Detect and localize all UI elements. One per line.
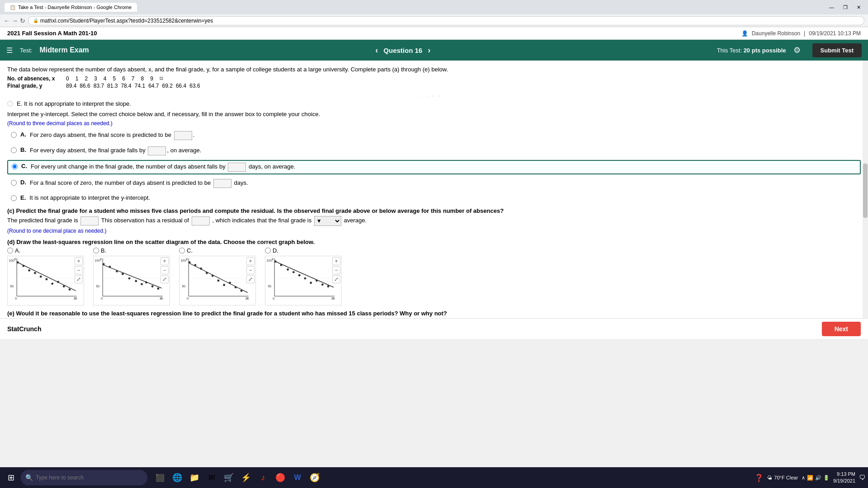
option-e-radio-prev[interactable] [7, 101, 13, 107]
graph-d-zoom-in[interactable]: + [332, 257, 340, 265]
graphs-grid: A. 100 50 0 10 y [7, 247, 861, 305]
copy-icon[interactable]: ⧉ [160, 75, 163, 82]
graph-a-radio[interactable] [7, 248, 13, 253]
datetime: 09/19/2021 10:13 PM [809, 30, 861, 37]
graph-d-zoom-out[interactable]: − [332, 266, 340, 274]
svg-text:x: x [160, 296, 162, 300]
graph-c-radio[interactable] [179, 248, 185, 253]
graph-b-container: 100 50 0 10 y x [93, 256, 170, 305]
graph-d-svg: 100 50 0 10 y x [265, 256, 341, 305]
svg-text:y: y [272, 257, 274, 261]
settings-icon[interactable]: ⚙ [793, 45, 801, 55]
next-button[interactable]: Next [822, 322, 861, 336]
svg-text:y: y [186, 257, 188, 261]
data-section: The data below represent the number of d… [7, 66, 861, 89]
graph-b-text: B. [101, 247, 106, 254]
user-icon: 👤 [741, 30, 748, 37]
part-b-radio-a[interactable] [11, 132, 17, 138]
svg-line-29 [104, 265, 162, 288]
graph-a-label: A. [7, 247, 20, 254]
svg-point-14 [40, 276, 42, 278]
part-b-input-c[interactable] [228, 163, 246, 172]
part-b-input-d[interactable] [213, 179, 231, 188]
graph-a-expand[interactable]: ⤢ [75, 275, 83, 283]
svg-point-16 [51, 282, 53, 285]
svg-point-70 [274, 260, 277, 263]
part-c-residual-label: This observation has a residual of [101, 217, 189, 224]
graph-c-container: 100 50 0 10 y x [179, 256, 256, 305]
part-c-header: (c) Predict the final grade for a studen… [7, 207, 861, 214]
graph-b-expand[interactable]: ⤢ [160, 275, 169, 283]
submit-test-button[interactable]: Submit Test [812, 43, 862, 57]
option-e-text: E. It is not appropriate to interpret th… [17, 100, 131, 107]
hamburger-icon[interactable]: ☰ [6, 46, 13, 55]
graph-item-c: C. 100 50 0 10 y x [179, 247, 256, 305]
part-b-option-b: B. For every day absent, the final grade… [7, 145, 861, 157]
svg-point-35 [135, 280, 137, 282]
forward-icon[interactable]: → [12, 17, 18, 24]
svg-point-38 [151, 285, 154, 287]
part-b-radio-b[interactable] [11, 147, 17, 153]
graph-a-zoom-out[interactable]: − [75, 266, 83, 274]
svg-point-51 [194, 264, 196, 266]
svg-text:y: y [100, 257, 102, 261]
part-b-radio-c[interactable] [12, 164, 18, 169]
part-b-input-b[interactable] [148, 146, 166, 155]
graph-d-controls: + − ⤢ [332, 257, 340, 283]
svg-point-10 [17, 261, 19, 263]
next-question-btn[interactable]: › [428, 46, 430, 55]
close-btn[interactable]: ✕ [854, 4, 863, 11]
graph-d-expand[interactable]: ⤢ [332, 275, 340, 283]
part-b-radio-e[interactable] [11, 195, 17, 201]
graph-b-label: B. [93, 247, 106, 254]
svg-text:50: 50 [96, 285, 99, 288]
username: Daunyelle Robinson [752, 30, 800, 37]
graph-b-controls: + − ⤢ [160, 257, 169, 283]
svg-point-36 [141, 283, 143, 285]
svg-text:100: 100 [95, 259, 100, 262]
graph-b-radio[interactable] [93, 248, 99, 253]
graph-c-zoom-out[interactable]: − [246, 266, 255, 274]
graph-b-zoom-out[interactable]: − [160, 266, 169, 274]
part-e-section: (e) Would it be reasonable to use the le… [7, 310, 861, 318]
prev-answer: E. It is not appropriate to interpret th… [7, 100, 861, 107]
part-b-option-d: D. For a final score of zero, the number… [7, 177, 861, 190]
reload-icon[interactable]: ↻ [20, 17, 25, 24]
graph-a-zoom-in[interactable]: + [75, 257, 83, 265]
graph-b-zoom-in[interactable]: + [160, 257, 169, 265]
part-b-input-a[interactable] [174, 131, 192, 140]
part-c-predicted-input[interactable] [80, 216, 99, 225]
graph-c-controls: + − ⤢ [246, 257, 255, 283]
test-navbar: ☰ Test: Midterm Exam ‹ Question 16 › Thi… [0, 40, 868, 61]
back-icon[interactable]: ← [4, 17, 10, 24]
graph-item-d: D. 100 50 0 10 y x [265, 247, 342, 305]
part-c-predicted-label: The predicted final grade is [7, 217, 78, 224]
pts-label: This Test: 20 pts possible [717, 47, 786, 54]
svg-text:0: 0 [101, 297, 103, 300]
svg-point-58 [235, 286, 237, 288]
scrollbar-track[interactable] [863, 61, 868, 318]
part-b-text-d: For a final score of zero, the number of… [30, 179, 248, 188]
restore-btn[interactable]: ❐ [840, 4, 850, 11]
graph-d-radio[interactable] [265, 248, 271, 253]
prev-question-btn[interactable]: ‹ [375, 46, 378, 55]
nav-icons: ← → ↻ [4, 17, 25, 24]
question-navigation: ‹ Question 16 › [96, 46, 710, 55]
svg-point-59 [241, 290, 243, 292]
browser-tab[interactable]: 📋 Take a Test - Daunyelle Robinson - Goo… [5, 3, 137, 12]
scrollbar-thumb[interactable] [863, 164, 868, 218]
lock-icon: 🔒 [33, 18, 38, 23]
part-c-above-below-select[interactable]: ▼ above below at [314, 216, 341, 226]
url-text: mathxl.com/Student/PlayerTest.aspx?testI… [40, 18, 213, 24]
part-c-residual-input[interactable] [192, 216, 210, 225]
svg-point-72 [287, 268, 289, 271]
part-b-radio-d[interactable] [11, 180, 17, 186]
graph-c-zoom-in[interactable]: + [246, 257, 255, 265]
minimize-btn[interactable]: — [826, 4, 837, 11]
part-b-text-c: For every unit change in the final grade… [31, 163, 295, 172]
address-bar[interactable]: 🔒 mathxl.com/Student/PlayerTest.aspx?tes… [28, 16, 864, 25]
absences-values: 0123456789 ⧉ [66, 75, 163, 82]
part-b-option-c: C. For every unit change in the final gr… [7, 160, 861, 174]
svg-point-11 [22, 265, 24, 267]
graph-c-expand[interactable]: ⤢ [246, 275, 255, 283]
